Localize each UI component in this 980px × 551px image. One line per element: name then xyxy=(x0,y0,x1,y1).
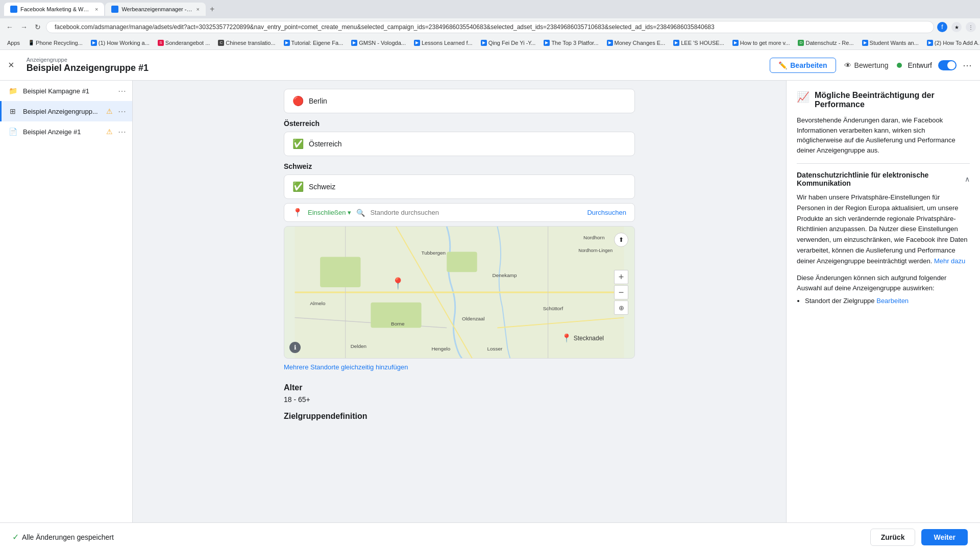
bookmark-gmsn[interactable]: ▶ GMSN - Vologda... xyxy=(348,40,409,46)
bookmark-tutorial[interactable]: ▶ Tutorial: Eigene Fa... xyxy=(281,40,347,46)
status-dot xyxy=(897,63,902,68)
extension-icon-2[interactable]: ⋮ xyxy=(966,22,976,32)
panel-bearbeiten-link[interactable]: Bearbeiten xyxy=(876,297,909,305)
tab-bar: Facebook Marketing & Werb... × Werbeanze… xyxy=(4,3,217,16)
sidebar-item-anzeigengruppe[interactable]: ⊞ Beispiel Anzeigengrupp... ⚠ ⋯ xyxy=(0,101,132,121)
panel-section-header[interactable]: Datenschutzrichtlinie für elektronische … xyxy=(797,171,970,187)
bookmark-how-add[interactable]: ▶ (2) How To Add A... xyxy=(924,40,980,46)
bearbeiten-button[interactable]: ✏️ Bearbeiten xyxy=(770,58,836,73)
bewertung-button[interactable]: 👁 Bewertung xyxy=(844,61,889,69)
svg-text:Borne: Borne xyxy=(391,321,405,327)
bookmark-how-working[interactable]: ▶ (1) How Working a... xyxy=(88,40,153,46)
map-container: Nordhorn Nordhorn-Lingen Tubbergen Denek… xyxy=(284,226,635,359)
grid-icon: ⊞ xyxy=(8,106,18,116)
include-button[interactable]: Einschließen ▾ xyxy=(308,209,351,216)
oesterreich-name: Österreich xyxy=(309,140,342,148)
bookmark-phone[interactable]: 📱 Phone Recycling... xyxy=(25,40,86,46)
tab-2[interactable]: Werbeanzeigenmanager - We... × xyxy=(105,3,205,16)
svg-text:Nordhorn: Nordhorn xyxy=(583,235,604,240)
zuruck-button[interactable]: Zurück xyxy=(870,529,916,546)
map-info-button[interactable]: ℹ xyxy=(289,342,301,353)
zoom-in-button[interactable]: + xyxy=(614,270,628,284)
include-label: Einschließen xyxy=(308,209,346,216)
bookmark-datenschutz[interactable]: D Datenschutz - Re... xyxy=(795,40,856,46)
svg-text:Nordhorn-Lingen: Nordhorn-Lingen xyxy=(578,248,612,253)
toolbar-icons: f ★ ⋮ xyxy=(937,22,976,32)
schweiz-section-label: Schweiz xyxy=(284,162,635,170)
bookmarks-bar: Apps 📱 Phone Recycling... ▶ (1) How Work… xyxy=(0,36,980,50)
header-subtitle: Anzeigengruppe xyxy=(27,57,762,63)
status-label: Entwurf xyxy=(908,61,932,69)
bookmark-qing[interactable]: ▶ Qing Fei De Yi -Y... xyxy=(478,40,539,46)
main-area: 📁 Beispiel Kampagne #1 ⋯ ⊞ Beispiel Anze… xyxy=(0,81,980,522)
document-icon: 📄 xyxy=(8,127,18,137)
tab-2-label: Werbeanzeigenmanager - We... xyxy=(121,6,193,12)
tab-2-close[interactable]: × xyxy=(196,6,199,12)
svg-rect-8 xyxy=(447,252,477,272)
close-button[interactable]: × xyxy=(8,59,14,71)
forward-button[interactable]: → xyxy=(18,23,30,31)
panel-section-text: Wir haben unsere Privatsphäre-Einstellun… xyxy=(797,192,970,267)
multiple-locations-link[interactable]: Mehrere Standorte gleichzeitig hinzufüge… xyxy=(284,363,408,371)
weiter-button[interactable]: Weiter xyxy=(921,529,968,545)
alter-label: Alter xyxy=(284,383,635,392)
svg-text:📍: 📍 xyxy=(391,277,405,290)
header-title-group: Anzeigengruppe Beispiel Anzeigengruppe #… xyxy=(27,57,762,73)
svg-text:Losser: Losser xyxy=(487,346,503,352)
chevron-up-icon: ∧ xyxy=(965,175,970,183)
search-icon: 🔍 xyxy=(356,209,365,217)
bookmark-chinese[interactable]: C Chinese translatio... xyxy=(215,40,278,46)
schweiz-name: Schweiz xyxy=(309,183,335,191)
save-check-icon: ✓ xyxy=(12,532,19,542)
zoom-out-button[interactable]: − xyxy=(614,285,628,299)
bookmark-student[interactable]: ▶ Student Wants an... xyxy=(859,40,922,46)
sidebar-anzeigengruppe-warn: ⚠ xyxy=(106,107,113,115)
panel-title: Mögliche Beeinträchtigung der Performanc… xyxy=(815,91,970,109)
profile-icon[interactable]: f xyxy=(937,22,947,32)
search-button[interactable]: Durchsuchen xyxy=(587,209,626,216)
bookmark-how-get[interactable]: ▶ How to get more v... xyxy=(729,40,793,46)
sidebar-anzeigengruppe-dots[interactable]: ⋯ xyxy=(118,107,126,116)
address-bar-row: ← → ↻ f ★ ⋮ xyxy=(0,18,980,36)
oesterreich-item: ✅ Österreich xyxy=(284,132,635,156)
bewertung-label: Bewertung xyxy=(854,61,889,69)
sidebar-item-anzeige[interactable]: 📄 Beispiel Anzeige #1 ⚠ ⋯ xyxy=(0,121,132,142)
bookmark-sonderangebot[interactable]: S Sonderangebot ... xyxy=(155,40,213,46)
bookmark-lessons[interactable]: ▶ Lessons Learned f... xyxy=(411,40,476,46)
performance-icon: 📈 xyxy=(797,91,810,103)
sidebar-kampagne-label: Beispiel Kampagne #1 xyxy=(23,87,113,95)
bookmark-money[interactable]: ▶ Money Changes E... xyxy=(604,40,669,46)
browser-chrome: Facebook Marketing & Werb... × Werbeanze… xyxy=(0,0,980,18)
reload-button[interactable]: ↻ xyxy=(33,23,43,31)
back-button[interactable]: ← xyxy=(4,23,15,31)
sidebar-anzeige-dots[interactable]: ⋯ xyxy=(118,127,126,137)
content-area: 🔴 Berlin Österreich ✅ Österreich Schweiz… xyxy=(133,81,786,522)
new-tab-button[interactable]: + xyxy=(207,5,217,14)
location-search-input[interactable] xyxy=(370,209,582,216)
berlin-icon: 🔴 xyxy=(292,95,304,107)
sidebar-kampagne-dots[interactable]: ⋯ xyxy=(118,86,126,96)
extension-icon-1[interactable]: ★ xyxy=(951,22,962,32)
sidebar-item-kampagne[interactable]: 📁 Beispiel Kampagne #1 ⋯ xyxy=(0,81,132,101)
sidebar-anzeige-warn: ⚠ xyxy=(106,128,113,136)
bookmark-lee[interactable]: ▶ LEE 'S HOUSE... xyxy=(670,40,727,46)
address-bar-input[interactable] xyxy=(46,21,934,33)
zielgruppe-label: Zielgruppendefinition xyxy=(284,412,635,421)
compass-icon[interactable]: ⬆ xyxy=(614,233,628,247)
alter-value: 18 - 65+ xyxy=(284,395,635,404)
bookmark-top3[interactable]: ▶ The Top 3 Platfor... xyxy=(541,40,601,46)
svg-text:Oldenzaal: Oldenzaal xyxy=(462,316,485,321)
status-toggle[interactable] xyxy=(938,60,957,70)
sidebar-anzeige-label: Beispiel Anzeige #1 xyxy=(23,128,101,136)
panel-auswahl-text: Diese Änderungen können sich aufgrund fo… xyxy=(797,273,970,294)
bookmark-apps[interactable]: Apps xyxy=(4,40,23,46)
bearbeiten-label: Bearbeiten xyxy=(790,61,827,69)
tab-1-label: Facebook Marketing & Werb... xyxy=(20,6,92,12)
more-button[interactable]: ⋯ xyxy=(963,60,972,71)
tab-1-close[interactable]: × xyxy=(95,6,98,12)
tab-1[interactable]: Facebook Marketing & Werb... × xyxy=(4,3,104,16)
location-center-button[interactable]: ⊕ xyxy=(614,300,628,315)
app: × Anzeigengruppe Beispiel Anzeigengruppe… xyxy=(0,50,980,551)
svg-text:Denekamp: Denekamp xyxy=(493,272,517,278)
mehr-dazu-link[interactable]: Mehr dazu xyxy=(934,257,965,265)
